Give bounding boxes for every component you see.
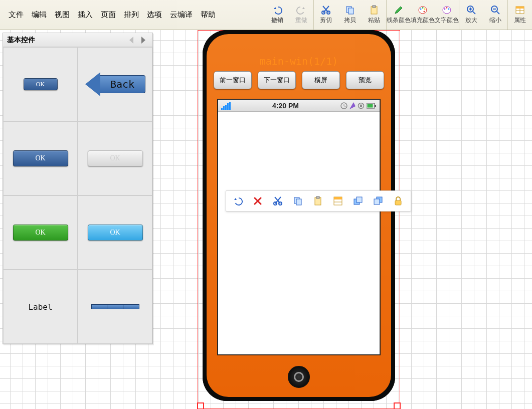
preview-button[interactable]: 预览 xyxy=(346,71,384,89)
status-bar: 4:20 PM xyxy=(218,100,380,112)
phone-window-title: main-win(1/1) xyxy=(207,55,391,67)
paste-button[interactable]: 粘贴 xyxy=(362,0,386,30)
landscape-button[interactable]: 横屏 xyxy=(302,71,340,89)
fill-color-label: 填充颜色 xyxy=(411,16,435,25)
redo-button[interactable]: 重做 xyxy=(289,0,313,30)
segmented-sample xyxy=(91,304,139,309)
ok-blue-sample: OK xyxy=(13,150,68,166)
redo-icon xyxy=(296,5,306,15)
palette-title: 基本控件 xyxy=(7,36,35,45)
stroke-color-button[interactable]: 线条颜色 xyxy=(387,0,411,30)
menu-options[interactable]: 选项 xyxy=(143,7,165,23)
phone-screen[interactable]: 4:20 PM xyxy=(218,99,380,355)
props-label: 属性 xyxy=(514,16,526,25)
ctx-paste-icon[interactable] xyxy=(312,195,323,207)
ctx-undo-icon[interactable] xyxy=(232,195,243,207)
home-button[interactable] xyxy=(288,366,310,388)
text-color-button[interactable]: 文字颜色 xyxy=(435,0,459,30)
fill-color-button[interactable]: 填充颜色 xyxy=(411,0,435,30)
menu-view[interactable]: 视图 xyxy=(51,7,73,23)
ctx-send-back-icon[interactable] xyxy=(373,195,384,207)
svg-point-14 xyxy=(448,9,450,10)
ctx-bring-front-icon[interactable] xyxy=(352,195,364,207)
svg-point-9 xyxy=(424,8,425,10)
svg-rect-28 xyxy=(296,199,301,205)
svg-point-8 xyxy=(422,7,423,9)
phone-control-bar: 前一窗口 下一窗口 横屏 预览 xyxy=(207,71,391,89)
zoom-out-icon xyxy=(490,5,500,15)
svg-rect-37 xyxy=(395,200,401,205)
topbar: 文件 编辑 视图 插入 页面 排列 选项 云编译 帮助 撤销 重做 xyxy=(0,0,532,30)
palette-prev-icon[interactable] xyxy=(126,35,137,46)
design-canvas[interactable]: 基本控件 OK Back OK xyxy=(0,30,532,409)
undo-icon xyxy=(272,5,282,15)
svg-rect-34 xyxy=(357,197,362,202)
svg-rect-18 xyxy=(516,7,524,9)
svg-rect-32 xyxy=(334,197,342,199)
cut-button[interactable]: 剪切 xyxy=(314,0,338,30)
widget-ok-green[interactable]: OK xyxy=(3,195,78,270)
menubar: 文件 编辑 视图 插入 页面 排列 选项 云编译 帮助 xyxy=(0,0,224,30)
ctx-cut-icon[interactable] xyxy=(272,195,283,207)
ctx-lock-icon[interactable] xyxy=(393,195,404,207)
menu-insert[interactable]: 插入 xyxy=(74,7,96,23)
next-window-button[interactable]: 下一窗口 xyxy=(258,71,296,89)
menu-arrange[interactable]: 排列 xyxy=(120,7,142,23)
redo-label: 重做 xyxy=(295,16,307,25)
status-icons xyxy=(340,102,377,109)
palette-next-icon[interactable] xyxy=(137,35,148,46)
ctx-copy-icon[interactable] xyxy=(292,195,303,207)
phone-selection[interactable]: main-win(1/1) 前一窗口 下一窗口 横屏 预览 4:20 PM xyxy=(198,30,400,409)
menu-cloud[interactable]: 云编译 xyxy=(166,7,196,23)
menu-file[interactable]: 文件 xyxy=(5,7,27,23)
ok-small-sample: OK xyxy=(24,78,58,90)
svg-rect-3 xyxy=(348,8,353,14)
signal-icon xyxy=(221,102,231,110)
palette-icon xyxy=(418,5,428,15)
resize-handle-br[interactable] xyxy=(394,402,401,409)
widget-palette: 基本控件 OK Back OK xyxy=(3,33,153,344)
ctx-delete-icon[interactable] xyxy=(252,195,263,207)
zoom-in-button[interactable]: 放大 xyxy=(459,0,483,30)
zoom-in-label: 放大 xyxy=(465,16,477,25)
menu-page[interactable]: 页面 xyxy=(97,7,119,23)
svg-rect-23 xyxy=(375,105,376,107)
properties-button[interactable]: 属性 xyxy=(508,0,532,30)
text-palette-icon xyxy=(442,5,452,15)
home-ring-icon xyxy=(294,372,304,382)
svg-rect-5 xyxy=(373,6,376,8)
widget-segmented[interactable] xyxy=(78,270,152,344)
widget-label[interactable]: Label xyxy=(3,270,78,344)
widget-ok-gray[interactable]: OK xyxy=(78,121,152,195)
menu-help[interactable]: 帮助 xyxy=(197,7,219,23)
palette-grid: OK Back OK OK OK OK Label xyxy=(3,47,152,344)
undo-label: 撤销 xyxy=(271,16,283,25)
ctx-select-all-icon[interactable] xyxy=(332,195,343,207)
menu-edit[interactable]: 编辑 xyxy=(28,7,50,23)
zoom-out-button[interactable]: 缩小 xyxy=(483,0,507,30)
stroke-color-label: 线条颜色 xyxy=(387,16,411,25)
paste-label: 粘贴 xyxy=(368,16,380,25)
status-time: 4:20 PM xyxy=(234,102,337,110)
widget-ok-small[interactable]: OK xyxy=(3,47,78,121)
undo-button[interactable]: 撤销 xyxy=(265,0,289,30)
resize-handle-bl[interactable] xyxy=(197,402,204,409)
phone-body: main-win(1/1) 前一窗口 下一窗口 横屏 预览 4:20 PM xyxy=(207,34,391,397)
widget-ok-blue[interactable]: OK xyxy=(3,121,78,195)
prev-window-button[interactable]: 前一窗口 xyxy=(214,71,252,89)
battery-icon xyxy=(367,103,377,109)
label-sample: Label xyxy=(28,302,52,312)
widget-back-arrow[interactable]: Back xyxy=(78,47,152,121)
svg-point-13 xyxy=(446,7,448,9)
back-arrow-sample: Back xyxy=(85,72,145,96)
clipboard-icon xyxy=(369,5,379,15)
location-icon xyxy=(349,102,356,109)
cut-label: 剪切 xyxy=(320,16,332,25)
copy-icon xyxy=(345,5,355,15)
palette-header: 基本控件 xyxy=(3,33,152,47)
ok-cyan-sample: OK xyxy=(88,225,143,241)
widget-ok-cyan[interactable]: OK xyxy=(78,195,152,270)
palette-nav xyxy=(126,35,148,46)
clock-icon xyxy=(340,102,347,109)
copy-button[interactable]: 拷贝 xyxy=(338,0,362,30)
